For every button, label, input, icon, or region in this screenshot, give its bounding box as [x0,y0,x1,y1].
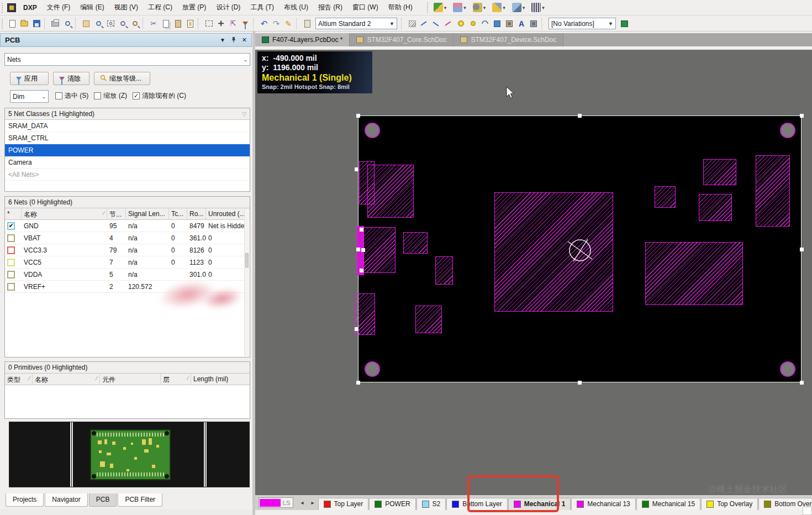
filter-checkbox[interactable]: ✓ 选中 (S) [55,91,88,101]
document-tab[interactable]: STM32F407_Device.SchDoc [454,33,563,46]
net-class-row[interactable]: SRAM_DATA [5,120,250,132]
menu-item[interactable]: 编辑 (E) [75,1,109,14]
scroll-layers-left[interactable]: ◂ [297,500,307,506]
board-preview[interactable] [9,422,250,487]
print-preview-button[interactable] [62,18,73,29]
alignment-icon[interactable] [453,3,462,12]
close-icon[interactable]: ✕ [242,36,247,44]
net-color-checkbox[interactable]: ✔ [7,234,15,242]
clear-button[interactable]: 清除 [53,72,89,85]
col-name[interactable]: 名称∕ [22,208,107,219]
col-component[interactable]: 元件 [100,374,161,385]
net-color-checkbox[interactable]: ✔ [7,271,15,278]
place-polygon-button[interactable] [504,18,515,29]
layer-tab[interactable]: Mechanical 13 [571,498,635,510]
filter-checkbox[interactable]: ✓ 清除现有的 (C) [133,91,186,101]
menu-item[interactable]: 工具 (T) [245,1,279,14]
room-tool-group[interactable]: ▾ [510,3,530,12]
menu-dxp[interactable]: DXP [18,2,42,14]
grid-icon[interactable] [531,3,541,12]
variant-manager-button[interactable] [619,18,630,29]
col-tc[interactable]: Tc... [169,208,187,219]
redo-button[interactable]: ↷ [271,18,282,29]
ruler-icon[interactable] [492,3,502,12]
panel-tab[interactable]: PCB Filter [118,493,162,507]
net-color-checkbox[interactable]: ✔ [7,246,15,254]
layer-tab[interactable]: POWER [369,498,415,510]
pin-icon[interactable] [231,36,236,44]
style-combo[interactable]: Altium Standard 2▼ [315,18,397,29]
panel-tab[interactable]: Projects [6,493,44,507]
layers-icon[interactable] [512,3,521,12]
menu-item[interactable]: 工程 (C) [143,1,177,14]
layer-tab[interactable]: Top Overlay [701,498,758,510]
place-string-button[interactable]: A [516,18,527,29]
interactive-multi-routing-button[interactable] [443,18,454,29]
col-name[interactable]: 名称∕ [33,374,100,385]
variations-combo[interactable]: [No Variations]▼ [549,18,616,29]
col-star[interactable]: * [5,208,22,219]
hatch-mode-button[interactable] [407,18,418,29]
cut-button[interactable]: ✂ [148,18,159,29]
copy-button[interactable] [160,18,171,29]
dim-combo[interactable]: Dim⌄ [10,90,49,103]
highlight-pen-button[interactable]: ✎ [283,18,294,29]
filter-checkbox[interactable]: ✓ 缩放 (Z) [94,91,127,101]
filter-icon[interactable]: ▽ [242,111,246,117]
print-button[interactable] [50,18,61,29]
paste-button[interactable] [172,18,183,29]
net-color-checkbox[interactable]: ✔ [7,222,15,230]
menu-item[interactable]: 文件 (F) [42,1,76,14]
menu-item[interactable]: 视图 (V) [109,1,143,14]
alignment-tool-group[interactable]: ▾ [451,3,471,12]
interactive-diff-pair-button[interactable] [431,18,442,29]
net-class-row[interactable]: <All Nets> [5,169,250,181]
layer-tab[interactable]: S2 [416,498,446,510]
move-object-button[interactable]: ✛ [215,18,226,29]
document-tab[interactable]: F407-4Layers.PcbDoc * [255,33,350,46]
document-tab[interactable]: STM32F407_Core.SchDoc [350,33,454,46]
active-layer-swatch[interactable]: LS [259,497,293,508]
grid-tool-group[interactable]: ▾ [529,3,549,12]
pcb-canvas[interactable]: x: -490.000 mil y: 1196.000 mil Mechanic… [255,50,812,495]
col-layer[interactable]: 层∕ [161,374,191,385]
menu-item[interactable]: 帮助 (H) [383,1,418,14]
net-class-row[interactable]: POWER [5,144,250,156]
menu-item[interactable]: 设计 (D) [211,1,245,14]
panel-menu-icon[interactable]: ▼ [220,37,225,43]
zoom-out-button[interactable] [117,18,128,29]
zoom-selected-button[interactable] [129,18,140,29]
cross-probe-button[interactable] [302,18,313,29]
menu-item[interactable]: 布线 (U) [279,1,313,14]
place-arc-button[interactable] [479,18,491,29]
layer-tab[interactable]: Top Layer [318,498,369,510]
toolbar-grip[interactable] [2,3,4,13]
col-signal-length[interactable]: Signal Len... [126,208,169,219]
place-via-button[interactable] [467,18,478,29]
toolbar-grip[interactable] [2,19,4,29]
apply-button[interactable]: 应用 [10,72,49,85]
open-document-button[interactable] [19,18,30,29]
place-pad-button[interactable] [455,18,466,29]
paste-special-button[interactable] [184,18,196,29]
net-color-checkbox[interactable]: ✔ [7,283,15,291]
toolbar-grip[interactable] [427,3,430,13]
place-component-button[interactable] [528,18,539,29]
find-tool-group[interactable]: ▾ [471,3,491,12]
binoculars-icon[interactable] [473,3,482,12]
net-class-row[interactable]: SRAM_CTRL [5,132,250,144]
select-area-button[interactable] [203,18,214,29]
panel-tab[interactable]: Navigator [45,493,87,507]
menu-item[interactable]: 放置 (P) [177,1,211,14]
interactive-routing-button[interactable] [419,18,430,29]
save-button[interactable] [31,18,42,29]
net-row[interactable]: ✔ VCC5 7 n/a 0 1123 0 [5,256,250,269]
scroll-layers-right[interactable]: ▸ [308,500,318,506]
col-ro[interactable]: Ro... [187,208,206,219]
clear-filter-button[interactable] [240,18,251,29]
zoom-document-button[interactable] [93,18,104,29]
menu-item[interactable]: 窗口 (W) [347,1,383,14]
layer-tab[interactable]: Mechanical 15 [636,498,700,510]
place-fill-button[interactable] [492,18,503,29]
net-class-row[interactable]: Camera [5,156,250,169]
